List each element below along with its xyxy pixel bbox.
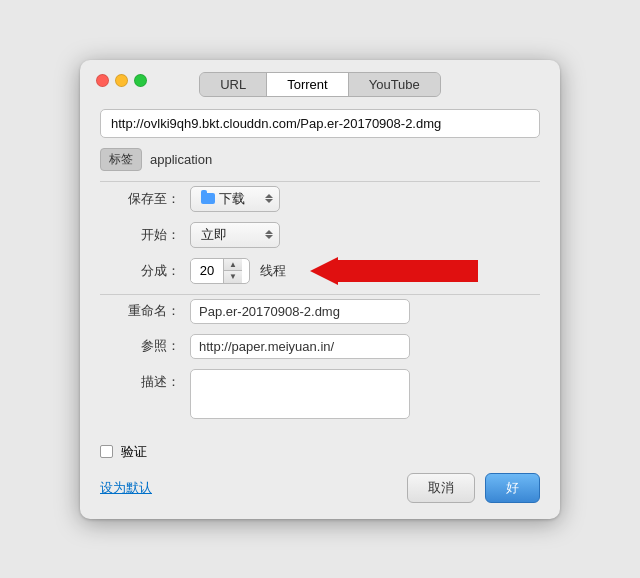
save-to-stepper	[259, 194, 273, 203]
tab-url[interactable]: URL	[200, 73, 267, 96]
separator-2	[100, 294, 540, 295]
rename-row: 重命名：	[100, 299, 540, 324]
rename-input[interactable]	[190, 299, 410, 324]
close-button[interactable]	[96, 74, 109, 87]
rename-control	[190, 299, 410, 324]
tag-label: 标签	[100, 148, 142, 171]
red-arrow-head-icon	[310, 257, 338, 285]
save-to-select[interactable]: 下载	[190, 186, 280, 212]
verify-row: 验证	[80, 437, 560, 465]
stepper-down-button[interactable]: ▼	[224, 271, 242, 283]
tab-group: URL Torrent YouTube	[199, 72, 441, 97]
start-control: 立即	[190, 222, 280, 248]
stepper-up-button[interactable]: ▲	[224, 259, 242, 271]
save-to-label: 保存至：	[100, 190, 180, 208]
red-arrow-body	[338, 260, 478, 282]
set-default-link[interactable]: 设为默认	[100, 479, 152, 497]
save-to-control: 下载	[190, 186, 280, 212]
download-dialog: URL Torrent YouTube 标签 application 保存至： …	[80, 60, 560, 519]
stepper-buttons: ▲ ▼	[223, 259, 242, 283]
arrow-down-icon	[265, 235, 273, 239]
maximize-button[interactable]	[134, 74, 147, 87]
desc-label: 描述：	[100, 369, 180, 391]
threads-label: 分成：	[100, 262, 180, 280]
desc-control	[190, 369, 410, 419]
cancel-button[interactable]: 取消	[407, 473, 475, 503]
traffic-lights	[96, 74, 147, 87]
threads-unit-label: 线程	[260, 262, 286, 280]
threads-row: 分成： ▲ ▼ 线程	[100, 258, 540, 284]
ref-control	[190, 334, 410, 359]
threads-stepper[interactable]: ▲ ▼	[190, 258, 250, 284]
verify-checkbox[interactable]	[100, 445, 113, 458]
tag-value: application	[150, 152, 212, 167]
rename-label: 重命名：	[100, 302, 180, 320]
desc-textarea[interactable]	[190, 369, 410, 419]
start-select[interactable]: 立即	[190, 222, 280, 248]
start-stepper	[259, 230, 273, 239]
url-input[interactable]	[100, 109, 540, 138]
start-label: 开始：	[100, 226, 180, 244]
verify-label: 验证	[121, 443, 147, 461]
ok-button[interactable]: 好	[485, 473, 540, 503]
button-group: 取消 好	[407, 473, 540, 503]
tab-torrent[interactable]: Torrent	[267, 73, 348, 96]
desc-row: 描述：	[100, 369, 540, 419]
arrow-up-icon	[265, 230, 273, 234]
arrow-up-icon	[265, 194, 273, 198]
start-row: 开始： 立即	[100, 222, 540, 248]
red-arrow-indicator	[310, 257, 478, 285]
bottom-bar: 设为默认 取消 好	[80, 465, 560, 503]
title-bar: URL Torrent YouTube	[80, 60, 560, 97]
tag-row: 标签 application	[100, 148, 540, 171]
ref-label: 参照：	[100, 337, 180, 355]
minimize-button[interactable]	[115, 74, 128, 87]
tab-youtube[interactable]: YouTube	[349, 73, 440, 96]
ref-row: 参照：	[100, 334, 540, 359]
save-to-row: 保存至： 下载	[100, 186, 540, 212]
threads-control: ▲ ▼ 线程	[190, 258, 286, 284]
save-to-value: 下载	[219, 190, 245, 208]
arrow-down-icon	[265, 199, 273, 203]
folder-icon	[201, 193, 215, 204]
separator-1	[100, 181, 540, 182]
ref-input[interactable]	[190, 334, 410, 359]
start-value: 立即	[201, 226, 227, 244]
threads-input[interactable]	[191, 260, 223, 281]
form-content: 标签 application 保存至： 下载 开始：	[80, 97, 560, 437]
